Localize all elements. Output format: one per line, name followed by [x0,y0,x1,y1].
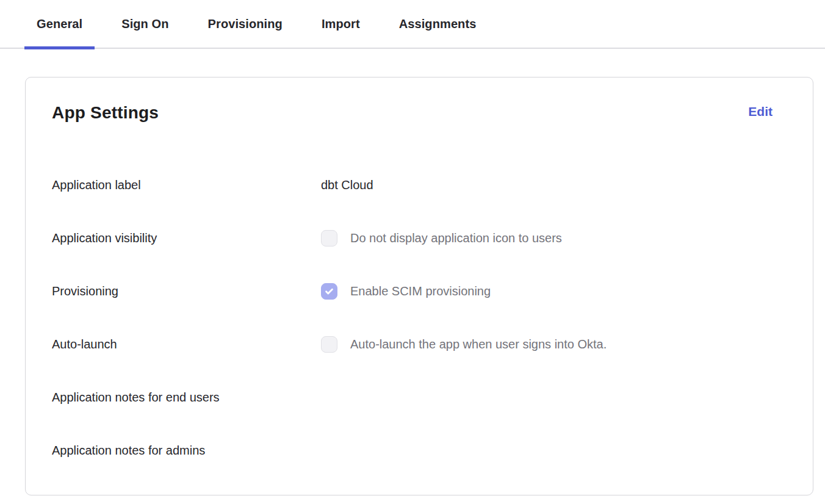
provisioning-check-group: Enable SCIM provisioning [321,283,491,300]
tab-provisioning[interactable]: Provisioning [196,0,295,48]
tab-general[interactable]: General [24,0,95,48]
row-application-label: Application label dbt Cloud [52,176,786,193]
auto-launch-checkbox-label[interactable]: Auto-launch the app when user signs into… [350,337,607,351]
check-icon [324,286,334,297]
settings-rows: Application label dbt Cloud Application … [52,176,786,459]
row-label: Application label [52,178,321,192]
scim-provisioning-checkbox-label[interactable]: Enable SCIM provisioning [350,284,491,298]
tab-sign-on[interactable]: Sign On [109,0,181,48]
application-label-value: dbt Cloud [321,178,373,192]
auto-launch-checkbox[interactable] [321,336,337,353]
row-notes-end-users: Application notes for end users [52,389,786,406]
app-settings-card: App Settings Edit Application label dbt … [25,77,813,495]
edit-button[interactable]: Edit [748,104,773,119]
card-header: App Settings Edit [52,103,786,123]
row-provisioning: Provisioning Enable SCIM provisioning [52,283,786,300]
row-auto-launch: Auto-launch Auto-launch the app when use… [52,336,786,353]
row-label: Application notes for admins [52,444,321,458]
row-label: Provisioning [52,284,321,298]
tab-assignments[interactable]: Assignments [387,0,489,48]
visibility-checkbox-label[interactable]: Do not display application icon to users [350,231,562,245]
row-label: Application visibility [52,231,321,245]
visibility-checkbox[interactable] [321,230,337,247]
tab-import[interactable]: Import [309,0,372,48]
row-notes-admins: Application notes for admins [52,442,786,459]
row-label: Auto-launch [52,337,321,351]
scim-provisioning-checkbox[interactable] [321,283,337,300]
row-label: Application notes for end users [52,391,321,405]
visibility-check-group: Do not display application icon to users [321,230,562,247]
auto-launch-check-group: Auto-launch the app when user signs into… [321,336,607,353]
card-title: App Settings [52,103,159,123]
app-tabs: General Sign On Provisioning Import Assi… [0,0,825,49]
row-application-visibility: Application visibility Do not display ap… [52,229,786,247]
